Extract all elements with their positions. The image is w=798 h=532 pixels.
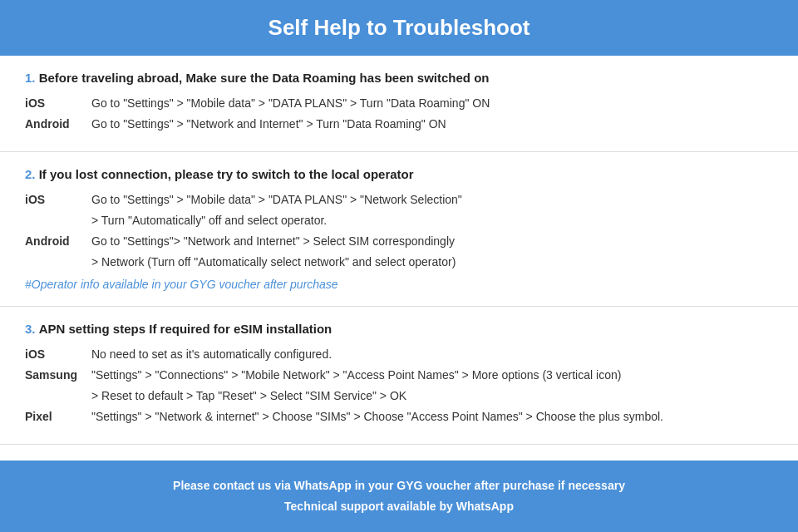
- section-1-heading: 1. Before traveling abroad, Make sure th…: [25, 71, 773, 85]
- section-2-ios-row: iOS Go to "Settings" > "Mobile data" > "…: [25, 191, 773, 209]
- section-3-ios-text: No need to set as it's automatically con…: [91, 346, 773, 363]
- footer-line-2: Technical support available by WhatsApp: [17, 496, 781, 517]
- section-3-samsung-row: Samsung "Settings" > "Connections" > "Mo…: [25, 367, 773, 384]
- section-3-number: 3.: [25, 322, 36, 336]
- section-2-ios-continuation: > Turn "Automatically" off and select op…: [91, 212, 773, 229]
- section-2-android-text: Go to "Settings"> "Network and Internet"…: [91, 233, 773, 250]
- section-2: 2. If you lost connection, please try to…: [0, 152, 798, 307]
- section-1-ios-label: iOS: [25, 95, 91, 112]
- section-1-android-text: Go to "Settings" > "Network and Internet…: [91, 116, 773, 133]
- section-1-android-label: Android: [25, 116, 91, 133]
- section-2-ios-label: iOS: [25, 191, 91, 209]
- section-3-heading: 3. APN setting steps If required for eSI…: [25, 322, 773, 336]
- section-3: 3. APN setting steps If required for eSI…: [0, 307, 798, 445]
- footer-line-1: Please contact us via WhatsApp in your G…: [17, 475, 781, 496]
- section-1-ios-row: iOS Go to "Settings" > "Mobile data" > "…: [25, 95, 773, 112]
- page-header: Self Help to Troubleshoot: [0, 0, 798, 56]
- section-2-android-continuation: > Network (Turn off "Automatically selec…: [91, 254, 773, 271]
- section-1-title: Before traveling abroad, Make sure the D…: [39, 71, 490, 85]
- section-3-ios-row: iOS No need to set as it's automatically…: [25, 346, 773, 363]
- section-3-title: APN setting steps If required for eSIM i…: [39, 322, 332, 336]
- section-3-pixel-text: "Settings" > "Network & internet" > Choo…: [91, 408, 773, 426]
- section-1: 1. Before traveling abroad, Make sure th…: [0, 56, 798, 152]
- section-3-pixel-label: Pixel: [25, 408, 91, 426]
- section-3-samsung-continuation: > Reset to default > Tap "Reset" > Selec…: [91, 387, 773, 405]
- section-2-title: If you lost connection, please try to sw…: [39, 167, 414, 181]
- page-wrapper: Self Help to Troubleshoot 1. Before trav…: [0, 0, 798, 532]
- section-1-ios-text: Go to "Settings" > "Mobile data" > "DATA…: [91, 95, 773, 112]
- section-2-android-row: Android Go to "Settings"> "Network and I…: [25, 233, 773, 250]
- section-3-samsung-text: "Settings" > "Connections" > "Mobile Net…: [91, 367, 773, 384]
- section-1-number: 1.: [25, 71, 36, 85]
- section-2-ios-text: Go to "Settings" > "Mobile data" > "DATA…: [91, 191, 773, 209]
- page-title: Self Help to Troubleshoot: [268, 15, 530, 40]
- section-2-heading: 2. If you lost connection, please try to…: [25, 167, 773, 181]
- section-2-note: #Operator info available in your GYG vou…: [25, 278, 773, 291]
- page-footer: Please contact us via WhatsApp in your G…: [0, 461, 798, 532]
- content-area: 1. Before traveling abroad, Make sure th…: [0, 56, 798, 520]
- section-2-number: 2.: [25, 167, 36, 181]
- section-3-samsung-label: Samsung: [25, 367, 91, 384]
- section-3-ios-label: iOS: [25, 346, 91, 363]
- section-2-android-label: Android: [25, 233, 91, 250]
- section-3-pixel-row: Pixel "Settings" > "Network & internet" …: [25, 408, 773, 426]
- section-1-android-row: Android Go to "Settings" > "Network and …: [25, 116, 773, 133]
